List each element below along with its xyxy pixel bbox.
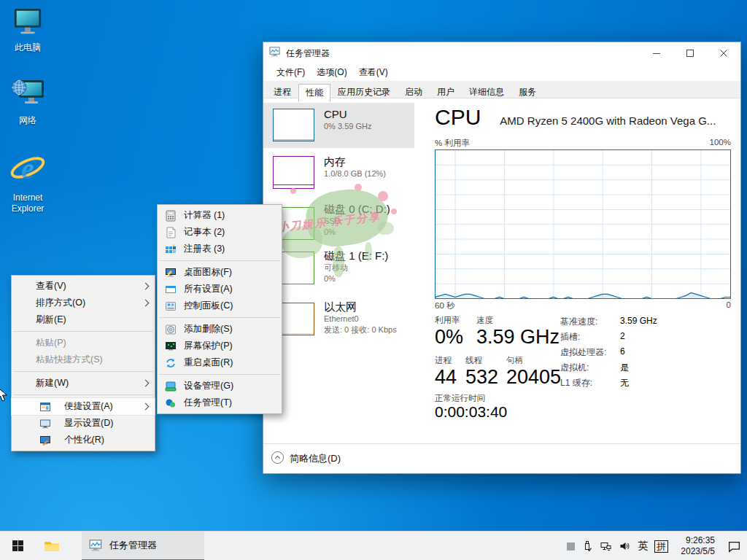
context-menu-item-paste: 粘贴(P) xyxy=(12,335,155,351)
sidebar-item-disk0[interactable]: 磁盘 0 (C: D:) SSD 0% xyxy=(263,198,414,246)
submenu-item-restart-desktop[interactable]: 重启桌面(R) xyxy=(158,354,282,371)
menu-separator xyxy=(13,371,153,372)
tab-details[interactable]: 详细信息 xyxy=(462,82,511,101)
desktop-icon-internet-explorer[interactable]: e Internet Explorer xyxy=(0,150,55,214)
memory-mini-graph xyxy=(273,156,314,189)
menu-view[interactable]: 查看(V) xyxy=(353,64,394,81)
close-button[interactable] xyxy=(707,42,740,64)
fewer-details-toggle[interactable]: 简略信息(D) xyxy=(290,452,341,465)
submenu-item-add-remove[interactable]: 添加删除(S) xyxy=(158,321,282,338)
submenu-item-all-settings[interactable]: 所有设置(A) xyxy=(158,281,282,298)
menu-item-label: 记事本 (2) xyxy=(184,226,225,238)
ime-indicator[interactable]: 拼 xyxy=(654,540,668,553)
sidebar-item-cpu[interactable]: CPU 0% 3.59 GHz xyxy=(263,103,414,148)
uptime-value: 0:00:03:40 xyxy=(435,403,507,421)
notepad-icon xyxy=(165,227,177,238)
tray-app-icon[interactable] xyxy=(567,542,575,551)
sidebar-item-memory[interactable]: 内存 1.0/8.0 GB (12%) xyxy=(263,150,414,196)
sidebar-item-disk1[interactable]: 磁盘 1 (E: F:) 可移动 0% xyxy=(263,247,414,295)
taskbar-task-manager-button[interactable]: 任务管理器 xyxy=(82,532,204,560)
menu-item-label: 查看(V) xyxy=(36,280,66,292)
sidebar-item-title: CPU xyxy=(324,107,371,121)
cpu-panel-title: CPU xyxy=(435,105,481,130)
menu-file[interactable]: 文件(F) xyxy=(271,64,311,81)
submenu-item-device-manager[interactable]: 设备管理(G) xyxy=(158,378,282,394)
stat-threads-value: 532 xyxy=(465,366,498,388)
context-menu-item-refresh[interactable]: 刷新(E) xyxy=(12,311,155,328)
menu-separator xyxy=(159,260,280,261)
usb-icon[interactable] xyxy=(581,540,593,552)
windows-logo-icon xyxy=(12,540,24,552)
tab-app-history[interactable]: 应用历史记录 xyxy=(330,82,398,101)
submenu-arrow-icon xyxy=(142,283,150,290)
maximize-button[interactable] xyxy=(673,42,707,64)
menu-separator xyxy=(159,374,280,375)
context-menu-item-convenience-settings[interactable]: 便捷设置(A) xyxy=(12,398,155,415)
context-menu-item-personalize[interactable]: 个性化(R) xyxy=(12,432,155,448)
network-icon[interactable] xyxy=(600,540,612,552)
start-button[interactable] xyxy=(0,532,35,560)
desktop-context-menu: 查看(V) 排序方式(O) 刷新(E) 粘贴(P) 粘贴快捷方式(S) 新建(W… xyxy=(11,275,155,451)
submenu-item-registry[interactable]: 注册表 (3) xyxy=(158,241,282,257)
task-manager-taskbar-icon xyxy=(89,539,104,552)
tab-startup[interactable]: 启动 xyxy=(398,82,430,101)
submenu-item-calculator[interactable]: 计算器 (1) xyxy=(158,207,282,224)
taskbar-button-label: 任务管理器 xyxy=(109,539,157,552)
titlebar[interactable]: 任务管理器 xyxy=(263,42,740,64)
svg-text:e: e xyxy=(21,152,34,185)
menu-item-label: 粘贴(P) xyxy=(36,337,66,349)
task-manager-window: 任务管理器 文件(F) 选项(O) 查看(V) 进程性能应用历史记录启动用户详细… xyxy=(263,42,741,474)
submenu-arrow-icon xyxy=(142,403,150,411)
chart-xleft: 60 秒 xyxy=(435,300,455,311)
convenience-settings-icon xyxy=(39,401,51,413)
submenu-item-desktop-icons[interactable]: 桌面图标(F) xyxy=(158,264,282,281)
menu-options[interactable]: 选项(O) xyxy=(311,64,352,81)
taskbar-clock[interactable]: 9:26:35 2023/5/5 xyxy=(681,535,715,557)
detail-label: 插槽: xyxy=(560,331,620,346)
tab-services[interactable]: 服务 xyxy=(511,82,543,101)
file-explorer-button[interactable] xyxy=(35,532,69,560)
menu-item-label: 刷新(E) xyxy=(36,314,66,326)
menu-item-label: 重启桌面(R) xyxy=(184,357,233,369)
submenu-item-screensaver[interactable]: 屏幕保护(P) xyxy=(158,338,282,354)
menu-item-label: 所有设置(A) xyxy=(184,283,233,295)
menu-item-label: 控制面板(C) xyxy=(184,300,233,312)
restart-desktop-icon xyxy=(165,357,177,369)
context-menu-item-new[interactable]: 新建(W) xyxy=(12,375,155,392)
clock-date: 2023/5/5 xyxy=(681,546,715,557)
submenu-item-notepad[interactable]: 记事本 (2) xyxy=(158,224,282,241)
menu-item-label: 设备管理(G) xyxy=(184,380,233,392)
tab-users[interactable]: 用户 xyxy=(430,82,462,101)
context-menu-item-sort-by[interactable]: 排序方式(O) xyxy=(12,295,155,311)
action-center-icon[interactable] xyxy=(727,540,741,553)
submenu-item-task-manager[interactable]: 任务管理(T) xyxy=(158,394,282,411)
chart-xright: 0 xyxy=(727,300,731,311)
cpu-panel-header: CPU AMD Ryzen 5 2400G with Radeon Vega G… xyxy=(435,105,731,130)
stat-speed-value: 3.59 GHz xyxy=(476,326,560,348)
submenu-item-control-panel[interactable]: 控制面板(C) xyxy=(158,298,282,314)
cpu-usage-chart[interactable] xyxy=(435,149,731,299)
detail-value: 3.59 GHz xyxy=(620,316,657,331)
menu-item-label: 粘贴快捷方式(S) xyxy=(36,354,103,366)
tab-processes[interactable]: 进程 xyxy=(266,82,298,101)
collapse-icon[interactable] xyxy=(271,451,285,467)
tab-strip: 进程性能应用历史记录启动用户详细信息服务 xyxy=(263,81,740,98)
stat-handles-label: 句柄 xyxy=(506,355,523,366)
volume-icon[interactable] xyxy=(619,540,631,552)
sidebar-item-sub: Ethernet0 xyxy=(324,314,397,324)
context-menu-item-view[interactable]: 查看(V) xyxy=(12,278,155,295)
menu-item-label: 显示设置(D) xyxy=(64,417,113,429)
sidebar-item-sub: 0% 3.59 GHz xyxy=(324,121,371,132)
file-explorer-icon xyxy=(44,540,60,553)
language-indicator[interactable]: 英 xyxy=(638,540,648,553)
sidebar-item-title: 磁盘 0 (C: D:) xyxy=(324,202,390,216)
tab-performance[interactable]: 性能 xyxy=(298,84,330,102)
sidebar-item-ethernet[interactable]: 以太网 Ethernet0 发送: 0 接收: 0 Kbps xyxy=(263,298,414,345)
desktop-icon-network[interactable]: 网络 xyxy=(0,77,55,126)
context-menu-item-display-settings[interactable]: 显示设置(D) xyxy=(12,415,155,432)
clock-time: 9:26:35 xyxy=(681,535,715,546)
cpu-details: 基准速度:3.59 GHz 插槽:2 虚拟处理器:6 虚拟机:是 L1 缓存:无 xyxy=(560,316,657,392)
convenience-settings-submenu: 计算器 (1) 记事本 (2) 注册表 (3) 桌面图标(F) 所有设置(A) … xyxy=(157,204,282,414)
minimize-button[interactable] xyxy=(640,42,673,64)
desktop-icon-this-pc[interactable]: 此电脑 xyxy=(0,7,55,53)
